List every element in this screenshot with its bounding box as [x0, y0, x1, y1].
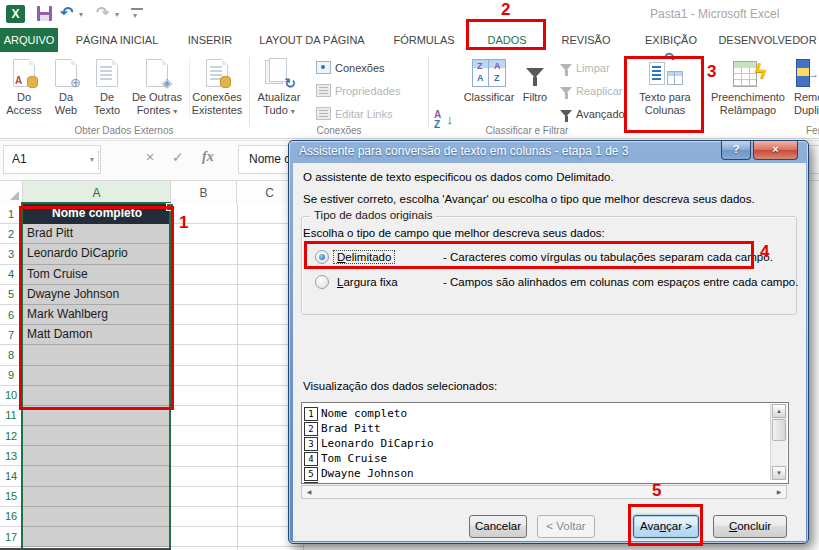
tab-dados[interactable]: DADOS — [472, 28, 542, 52]
advanced-filter-button[interactable]: Avançado — [558, 104, 625, 123]
from-access-button[interactable]: A Do Access — [3, 55, 45, 127]
select-all-corner[interactable] — [0, 181, 23, 205]
cell-A7[interactable]: Matt Damon — [23, 325, 171, 345]
cell-A10[interactable] — [23, 386, 171, 406]
row-header-11[interactable]: 11 — [0, 406, 23, 426]
cell-A5[interactable]: Dwayne Johnson — [23, 285, 171, 305]
cell-A14[interactable] — [23, 466, 171, 486]
next-button[interactable]: Avançar > — [633, 515, 699, 538]
row-header-9[interactable]: 9 — [0, 366, 23, 386]
title-bar: X ↶ ▾ ↷ ▾ Pasta1 - Microsoft Excel — [0, 0, 819, 28]
row-header-7[interactable]: 7 — [0, 325, 23, 345]
row-header-14[interactable]: 14 — [0, 466, 23, 486]
insert-function-icon[interactable]: fx — [202, 149, 214, 165]
row-header-10[interactable]: 10 — [0, 386, 23, 406]
preview-row-2: 2Brad Pitt — [304, 421, 770, 436]
row-header-8[interactable]: 8 — [0, 345, 23, 365]
tab-layout-da-pagina[interactable]: LAYOUT DA PÁGINA — [248, 28, 376, 52]
column-header-a[interactable]: A — [23, 181, 171, 205]
confirm-entry-icon[interactable]: ✓ — [172, 149, 184, 165]
remove-duplicates-icon: → — [796, 59, 810, 87]
cell-A16[interactable] — [23, 507, 171, 527]
cell-A15[interactable] — [23, 487, 171, 507]
cell-A12[interactable] — [23, 426, 171, 446]
sort-button[interactable]: ZA AZ Classificar — [455, 55, 523, 127]
undo-caret-icon[interactable]: ▾ — [79, 10, 83, 19]
cell-A1[interactable]: Nome completo — [23, 204, 171, 224]
fixed-width-radio-label[interactable]: Largura fixa — [334, 276, 401, 288]
dialog-title[interactable]: Assistente para conversão de texto em co… — [299, 144, 629, 158]
cell-A11[interactable] — [23, 406, 171, 426]
from-other-sources-button[interactable]: ◈ De Outras Fontes ▾ — [129, 55, 185, 127]
row-header-13[interactable]: 13 — [0, 446, 23, 466]
scroll-left-icon[interactable]: ◀ — [303, 487, 315, 498]
row-header-3[interactable]: 3 — [0, 244, 23, 264]
ribbon: A Do Access ⊕ Da Web De Texto ◈ De Outra… — [0, 52, 819, 139]
undo-icon[interactable]: ↶ — [60, 3, 73, 22]
tab-arquivo[interactable]: ARQUIVO — [0, 28, 58, 52]
preview-horizontal-scrollbar[interactable]: ◀ ▶ — [301, 485, 787, 499]
column-header-b[interactable]: B — [171, 181, 237, 205]
dialog-help-button[interactable]: ? — [721, 141, 751, 160]
properties-icon — [316, 84, 331, 97]
save-icon[interactable] — [37, 6, 52, 21]
refresh-all-icon: ↻ — [265, 58, 293, 88]
row-header-1[interactable]: 1 — [0, 204, 23, 224]
scroll-right-icon[interactable]: ▶ — [773, 487, 785, 498]
refresh-all-button[interactable]: ↻ Atualizar Tudo ▾ — [252, 55, 306, 127]
delimited-radio-icon[interactable] — [315, 250, 329, 264]
connections-button[interactable]: Conexões — [316, 58, 385, 77]
remove-duplicates-button[interactable]: → Remover Duplicatas — [794, 55, 819, 127]
text-to-columns-button[interactable]: ↷ Texto para Colunas — [627, 55, 703, 127]
excel-window: X ↶ ▾ ↷ ▾ Pasta1 - Microsoft Excel ARQUI… — [0, 0, 819, 550]
tab-desenvolvedor[interactable]: DESENVOLVEDOR — [716, 28, 819, 52]
cell-A6[interactable]: Mark Wahlberg — [23, 305, 171, 325]
row-header-5[interactable]: 5 — [0, 285, 23, 305]
reapply-filter-button: Reaplicar — [558, 81, 622, 100]
tab-revisao[interactable]: REVISÃO — [546, 28, 626, 52]
cell-A4[interactable]: Tom Cruise — [23, 265, 171, 285]
row-header-16[interactable]: 16 — [0, 507, 23, 527]
row-header-12[interactable]: 12 — [0, 426, 23, 446]
name-box-caret-icon[interactable]: ▾ — [90, 146, 94, 173]
connections-icon — [316, 61, 331, 74]
tab-formulas[interactable]: FÓRMULAS — [380, 28, 468, 52]
cell-A17[interactable] — [23, 527, 171, 547]
filter-button[interactable]: Filtro — [516, 55, 554, 127]
from-text-button[interactable]: De Texto — [87, 55, 127, 127]
cell-A9[interactable] — [23, 366, 171, 386]
row-header-15[interactable]: 15 — [0, 487, 23, 507]
dialog-close-button[interactable]: × — [753, 141, 798, 160]
cell-A8[interactable] — [23, 345, 171, 365]
delimited-radio-row[interactable]: Delimitado - Caracteres como vírgulas ou… — [315, 249, 394, 265]
cell-A2[interactable]: Brad Pitt — [23, 224, 171, 244]
vertical-scroll-thumb[interactable] — [772, 419, 786, 441]
tab-inserir[interactable]: INSERIR — [176, 28, 244, 52]
scroll-down-icon[interactable]: ▼ — [772, 466, 786, 480]
row-header-4[interactable]: 4 — [0, 265, 23, 285]
cell-A3[interactable]: Leonardo DiCaprio — [23, 244, 171, 264]
qat-customize-icon[interactable] — [131, 8, 143, 13]
flash-fill-button[interactable]: ϟ Preenchimento Relâmpago — [706, 55, 790, 127]
existing-connections-button[interactable]: Conexões Existentes — [187, 55, 247, 127]
scroll-up-icon[interactable]: ▲ — [772, 404, 786, 418]
annotation-number-5: 5 — [652, 481, 661, 501]
redo-icon: ↷ — [96, 3, 109, 22]
delimited-radio-label[interactable]: Delimitado — [334, 251, 394, 263]
row-header-2[interactable]: 2 — [0, 224, 23, 244]
cancel-entry-icon[interactable]: × — [146, 149, 154, 165]
name-box[interactable]: A1 ▾ — [3, 145, 101, 174]
fixed-width-radio-row[interactable]: Largura fixa - Campos são alinhados em c… — [315, 274, 401, 290]
from-web-button[interactable]: ⊕ Da Web — [47, 55, 85, 127]
fill-handle[interactable] — [166, 203, 174, 211]
fixed-width-radio-icon[interactable] — [315, 275, 329, 289]
back-button: < Voltar — [537, 515, 595, 538]
tab-pagina-inicial[interactable]: PÁGINA INICIAL — [62, 28, 172, 52]
dropdown-caret-icon: ▾ — [173, 107, 177, 116]
row-header-17[interactable]: 17 — [0, 527, 23, 547]
row-header-6[interactable]: 6 — [0, 305, 23, 325]
preview-vertical-scrollbar[interactable]: ▲ ▼ — [770, 404, 787, 480]
finish-button[interactable]: Concluir — [713, 515, 787, 538]
cancel-button[interactable]: Cancelar — [469, 515, 527, 538]
cell-A13[interactable] — [23, 446, 171, 466]
